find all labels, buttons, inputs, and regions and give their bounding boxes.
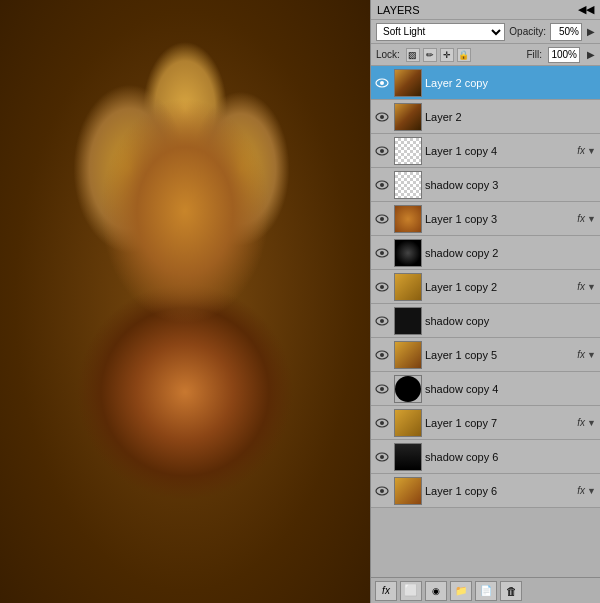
svg-point-15: [380, 319, 384, 323]
layer-name-shadow-copy-4: shadow copy 4: [425, 383, 598, 395]
visibility-toggle-layer-2[interactable]: [373, 108, 391, 126]
visibility-toggle-layer-1-copy-6[interactable]: [373, 482, 391, 500]
fx-badge-layer-1-copy-6: fx: [577, 485, 585, 496]
layer-thumb-shadow-copy-2: [394, 239, 422, 267]
layer-row-layer-2-copy[interactable]: Layer 2 copy: [371, 66, 600, 100]
layer-thumb-shadow-copy-4: [394, 375, 422, 403]
layer-name-layer-2: Layer 2: [425, 111, 598, 123]
lock-icons-group: ▨ ✏ ✛ 🔒: [406, 48, 471, 62]
fx-badge-layer-1-copy-7: fx: [577, 417, 585, 428]
visibility-toggle-layer-1-copy-3[interactable]: [373, 210, 391, 228]
svg-point-3: [380, 115, 384, 119]
layer-row-layer-1-copy-4[interactable]: Layer 1 copy 4fx▼: [371, 134, 600, 168]
fx-arrow-layer-1-copy-4[interactable]: ▼: [587, 146, 596, 156]
layer-thumb-shadow-copy: [394, 307, 422, 335]
layer-name-shadow-copy-3: shadow copy 3: [425, 179, 598, 191]
layer-row-layer-1-copy-5[interactable]: Layer 1 copy 5fx▼: [371, 338, 600, 372]
fill-arrow[interactable]: ▶: [587, 49, 595, 60]
layer-thumb-layer-1-copy-7: [394, 409, 422, 437]
layer-row-shadow-copy[interactable]: shadow copy: [371, 304, 600, 338]
add-mask-button[interactable]: ⬜: [400, 581, 422, 601]
svg-point-25: [380, 489, 384, 493]
fx-button[interactable]: fx: [375, 581, 397, 601]
fx-badge-layer-1-copy-3: fx: [577, 213, 585, 224]
layer-name-layer-1-copy-2: Layer 1 copy 2: [425, 281, 577, 293]
layer-row-layer-2[interactable]: Layer 2: [371, 100, 600, 134]
visibility-toggle-shadow-copy-6[interactable]: [373, 448, 391, 466]
layer-name-layer-1-copy-3: Layer 1 copy 3: [425, 213, 577, 225]
fx-badge-layer-1-copy-5: fx: [577, 349, 585, 360]
layer-row-layer-1-copy-3[interactable]: Layer 1 copy 3fx▼: [371, 202, 600, 236]
svg-point-11: [380, 251, 384, 255]
visibility-toggle-shadow-copy[interactable]: [373, 312, 391, 330]
layer-thumb-shadow-copy-6: [394, 443, 422, 471]
fx-arrow-layer-1-copy-3[interactable]: ▼: [587, 214, 596, 224]
canvas-artwork: [0, 0, 370, 603]
blend-mode-select[interactable]: Soft Light: [376, 23, 505, 41]
group-button[interactable]: 📁: [450, 581, 472, 601]
visibility-toggle-shadow-copy-3[interactable]: [373, 176, 391, 194]
blend-mode-row: Soft Light Opacity: ▶: [371, 20, 600, 44]
layer-thumb-layer-1-copy-4: [394, 137, 422, 165]
layer-row-layer-1-copy-2[interactable]: Layer 1 copy 2fx▼: [371, 270, 600, 304]
layer-row-shadow-copy-3[interactable]: shadow copy 3: [371, 168, 600, 202]
adjustment-button[interactable]: ◉: [425, 581, 447, 601]
fill-input[interactable]: [548, 47, 580, 63]
layer-row-layer-1-copy-6[interactable]: Layer 1 copy 6fx▼: [371, 474, 600, 508]
visibility-toggle-shadow-copy-2[interactable]: [373, 244, 391, 262]
layer-thumb-layer-1-copy-2: [394, 273, 422, 301]
layer-name-layer-1-copy-6: Layer 1 copy 6: [425, 485, 577, 497]
svg-point-7: [380, 183, 384, 187]
opacity-input[interactable]: [550, 23, 582, 41]
layer-name-layer-1-copy-7: Layer 1 copy 7: [425, 417, 577, 429]
layer-thumb-layer-2: [394, 103, 422, 131]
visibility-toggle-layer-1-copy-4[interactable]: [373, 142, 391, 160]
visibility-toggle-layer-2-copy[interactable]: [373, 74, 391, 92]
panel-expand-icon[interactable]: ◀◀: [578, 3, 594, 16]
visibility-toggle-layer-1-copy-7[interactable]: [373, 414, 391, 432]
svg-point-9: [380, 217, 384, 221]
visibility-toggle-shadow-copy-4[interactable]: [373, 380, 391, 398]
lock-paint-btn[interactable]: ✏: [423, 48, 437, 62]
layer-thumb-layer-1-copy-3: [394, 205, 422, 233]
lock-move-btn[interactable]: ✛: [440, 48, 454, 62]
layer-row-shadow-copy-2[interactable]: shadow copy 2: [371, 236, 600, 270]
layer-name-shadow-copy-6: shadow copy 6: [425, 451, 598, 463]
panel-title: LAYERS: [377, 4, 420, 16]
layer-row-shadow-copy-4[interactable]: shadow copy 4: [371, 372, 600, 406]
svg-point-23: [380, 455, 384, 459]
svg-point-5: [380, 149, 384, 153]
svg-point-19: [380, 387, 384, 391]
fx-arrow-layer-1-copy-5[interactable]: ▼: [587, 350, 596, 360]
fx-arrow-layer-1-copy-2[interactable]: ▼: [587, 282, 596, 292]
fx-arrow-layer-1-copy-7[interactable]: ▼: [587, 418, 596, 428]
layer-row-shadow-copy-6[interactable]: shadow copy 6: [371, 440, 600, 474]
lock-all-btn[interactable]: 🔒: [457, 48, 471, 62]
fill-label: Fill:: [526, 49, 542, 60]
visibility-toggle-layer-1-copy-2[interactable]: [373, 278, 391, 296]
layer-row-layer-1-copy-7[interactable]: Layer 1 copy 7fx▼: [371, 406, 600, 440]
layer-thumb-layer-1-copy-6: [394, 477, 422, 505]
layer-thumb-layer-1-copy-5: [394, 341, 422, 369]
lock-row: Lock: ▨ ✏ ✛ 🔒 Fill: ▶: [371, 44, 600, 66]
lock-label: Lock:: [376, 49, 400, 60]
svg-point-13: [380, 285, 384, 289]
layers-panel: LAYERS ◀◀ Soft Light Opacity: ▶ Lock: ▨ …: [370, 0, 600, 603]
layers-list[interactable]: Layer 2 copyLayer 2Layer 1 copy 4fx▼shad…: [371, 66, 600, 577]
fx-badge-layer-1-copy-2: fx: [577, 281, 585, 292]
layer-name-shadow-copy: shadow copy: [425, 315, 598, 327]
visibility-toggle-layer-1-copy-5[interactable]: [373, 346, 391, 364]
fx-badge-layer-1-copy-4: fx: [577, 145, 585, 156]
svg-point-21: [380, 421, 384, 425]
opacity-arrow[interactable]: ▶: [587, 26, 595, 37]
fx-arrow-layer-1-copy-6[interactable]: ▼: [587, 486, 596, 496]
bottom-toolbar: fx ⬜ ◉ 📁 📄 🗑: [371, 577, 600, 603]
delete-layer-button[interactable]: 🗑: [500, 581, 522, 601]
svg-point-1: [380, 81, 384, 85]
lock-transparency-btn[interactable]: ▨: [406, 48, 420, 62]
layer-thumb-layer-2-copy: [394, 69, 422, 97]
layer-name-layer-1-copy-5: Layer 1 copy 5: [425, 349, 577, 361]
opacity-label: Opacity:: [509, 26, 546, 37]
new-layer-button[interactable]: 📄: [475, 581, 497, 601]
layer-name-layer-1-copy-4: Layer 1 copy 4: [425, 145, 577, 157]
